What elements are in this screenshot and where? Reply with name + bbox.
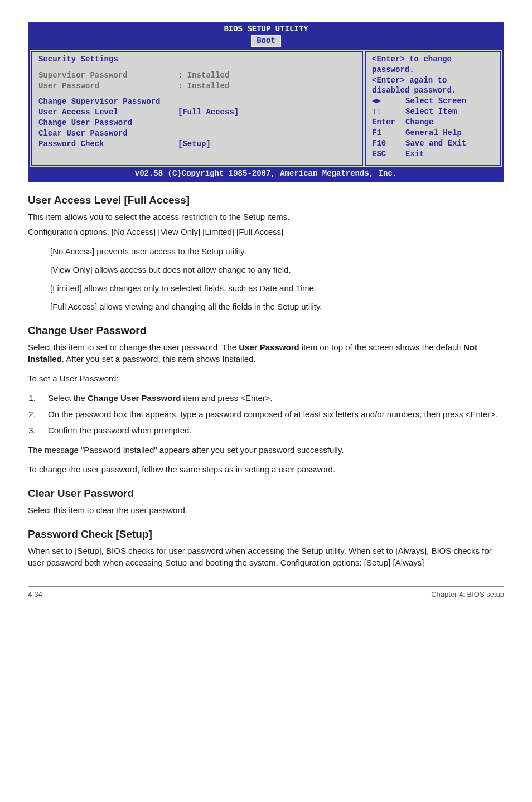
p-change-user: Select this item to set or change the us…: [28, 341, 504, 365]
nav-change: Change: [405, 117, 433, 128]
nav-select-screen: Select Screen: [405, 96, 466, 107]
label-password-check: Password Check: [38, 139, 178, 149]
help-text: <Enter> to change password. <Enter> agai…: [372, 54, 495, 96]
value-user: : Installed: [178, 81, 229, 91]
row-supervisor-password: Supervisor Password : Installed: [38, 70, 355, 81]
label-user: User Password: [38, 81, 178, 91]
nav-select-item: Select Item: [405, 107, 457, 117]
key-f10: F10: [372, 138, 405, 149]
page-footer: 4-34 Chapter 4: BIOS setup: [28, 586, 504, 598]
bios-main-pane: Security Settings Supervisor Password : …: [31, 51, 363, 166]
steps-list: Select the Change User Password item and…: [28, 392, 504, 436]
step-1: Select the Change User Password item and…: [38, 392, 504, 404]
t: item on top of the screen shows the defa…: [299, 342, 463, 352]
bios-panel: BIOS SETUP UTILITY Boot Security Setting…: [28, 22, 504, 182]
p-change-follow: To change the user password, follow the …: [28, 463, 504, 475]
section-heading: Security Settings: [38, 54, 355, 65]
item-clear-user[interactable]: Clear User Password: [38, 128, 355, 139]
p-user-access-2: Configuration options: [No Access] [View…: [28, 226, 504, 238]
help-line4: disabled password.: [372, 85, 495, 96]
value-user-access-level: [Full Access]: [178, 107, 239, 118]
opt-limited: [Limited] allows changes only to selecte…: [50, 282, 504, 294]
key-f1: F1: [372, 128, 405, 138]
p-to-set: To set a User Password:: [28, 373, 504, 384]
bold-change-user-password: Change User Password: [88, 393, 181, 403]
step-3: Confirm the password when prompted.: [38, 424, 504, 436]
options-list: [No Access] prevents user access to the …: [28, 245, 504, 312]
nav-exit: Exit: [405, 149, 424, 160]
nav-general-help: General Help: [405, 128, 462, 138]
heading-password-check: Password Check [Setup]: [28, 528, 504, 540]
opt-no-access: [No Access] prevents user access to the …: [50, 245, 504, 257]
step-2: On the password box that appears, type a…: [38, 408, 504, 420]
help-line2: password.: [372, 65, 495, 75]
bios-help-pane: <Enter> to change password. <Enter> agai…: [365, 51, 501, 166]
label-supervisor: Supervisor Password: [38, 70, 178, 81]
label-user-access-level: User Access Level: [38, 107, 178, 118]
row-user-password: User Password : Installed: [38, 81, 355, 91]
bold-user-password: User Password: [239, 342, 299, 352]
arrows-left-right-icon: ◄►: [372, 96, 405, 107]
item-change-supervisor[interactable]: Change Supervisor Password: [38, 96, 355, 107]
p-user-access-1: This item allows you to select the acces…: [28, 211, 504, 223]
help-line3: <Enter> again to: [372, 75, 495, 86]
page-number: 4-34: [28, 590, 42, 598]
heading-clear-user-password: Clear User Password: [28, 487, 504, 500]
help-line1: <Enter> to change: [372, 54, 495, 65]
opt-full: [Full Access] allows viewing and changin…: [50, 301, 504, 312]
heading-change-user-password: Change User Password: [28, 325, 504, 337]
item-change-user[interactable]: Change User Password: [38, 118, 355, 128]
t: . After you set a password, this item sh…: [62, 354, 256, 364]
key-esc: ESC: [372, 149, 405, 160]
bios-tabs: Boot: [30, 35, 502, 50]
item-user-access-level[interactable]: User Access Level [Full Access]: [38, 107, 355, 118]
heading-user-access-level: User Access Level [Full Access]: [28, 194, 504, 206]
nav-keys: ◄►Select Screen ↕↕Select Item EnterChang…: [372, 96, 495, 162]
item-password-check[interactable]: Password Check [Setup]: [38, 139, 355, 149]
value-supervisor: : Installed: [178, 70, 229, 81]
p-password-check: When set to [Setup], BIOS checks for use…: [28, 545, 504, 568]
t: item and press <Enter>.: [181, 393, 272, 403]
chapter-label: Chapter 4: BIOS setup: [431, 590, 504, 598]
t: Select the: [48, 393, 88, 403]
value-password-check: [Setup]: [178, 139, 211, 149]
bios-title: BIOS SETUP UTILITY: [30, 24, 502, 35]
opt-view-only: [View Only] allows access but does not a…: [50, 264, 504, 276]
nav-save-exit: Save and Exit: [405, 138, 466, 149]
t: Select this item to set or change the us…: [28, 342, 239, 352]
key-enter: Enter: [372, 117, 405, 128]
bios-footer: v02.58 (C)Copyright 1985-2007, American …: [30, 167, 502, 180]
p-installed-msg: The message "Password Installed" appears…: [28, 444, 504, 456]
p-clear-user: Select this item to clear the user passw…: [28, 504, 504, 516]
arrows-up-down-icon: ↕↕: [372, 107, 405, 117]
tab-boot[interactable]: Boot: [251, 35, 281, 47]
